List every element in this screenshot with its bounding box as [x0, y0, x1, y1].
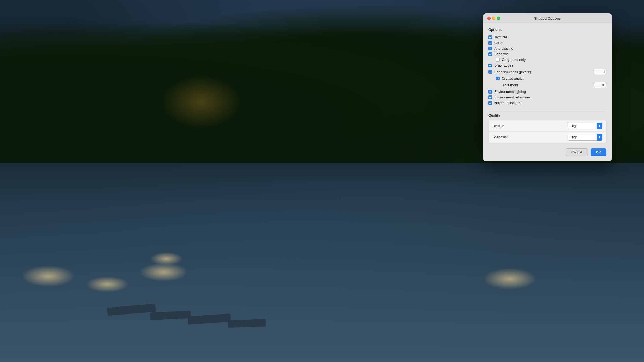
dialog-footer: Cancel OK — [488, 147, 606, 156]
anti-aliasing-row: Anti-aliasing — [488, 46, 606, 51]
environment-reflections-row: Environment reflections — [488, 94, 606, 100]
colors-row: Colors — [488, 40, 606, 46]
quality-section-header: Quality — [488, 113, 606, 117]
textures-checkbox[interactable] — [488, 35, 492, 39]
light-spot-1 — [21, 265, 75, 287]
on-ground-only-checkbox[interactable] — [496, 58, 500, 62]
textures-label: Textures — [494, 35, 606, 39]
details-quality-label: Details: — [492, 124, 568, 128]
environment-reflections-checkbox[interactable] — [488, 95, 492, 99]
light-spot-4 — [483, 268, 537, 290]
details-select-wrapper: Low Medium High ⬍ — [568, 123, 602, 129]
draw-edges-label: Draw Edges — [494, 63, 606, 67]
maximize-button[interactable] — [497, 17, 500, 20]
edge-thickness-label: Edge thickness (pixels:) — [494, 70, 591, 74]
crease-angle-row: Crease angle: — [488, 76, 606, 81]
on-ground-only-row: On ground only — [488, 57, 606, 62]
object-reflections-row: Object reflections ↖ — [488, 100, 606, 106]
edge-thickness-input[interactable] — [594, 69, 606, 75]
light-spot-3 — [140, 263, 188, 282]
shaded-options-dialog: Shaded Options Options Textures Colors — [483, 13, 612, 161]
threshold-input[interactable] — [594, 82, 606, 88]
shadows-row: Shadows — [488, 51, 606, 57]
threshold-row: Threshold — [488, 81, 606, 89]
object-reflections-checkbox[interactable] — [488, 101, 492, 105]
edge-thickness-row: Edge thickness (pixels:) — [488, 68, 606, 76]
ok-button[interactable]: OK — [591, 148, 607, 156]
environment-lighting-label: Environment lighting — [494, 90, 606, 94]
on-ground-only-label: On ground only — [502, 58, 606, 62]
section-divider — [488, 110, 606, 110]
options-list: Textures Colors Anti-aliasing — [488, 34, 606, 106]
options-section-header: Options — [488, 28, 606, 32]
ground-water — [0, 163, 644, 362]
dialog-titlebar: Shaded Options — [483, 13, 612, 23]
traffic-lights — [487, 17, 500, 20]
anti-aliasing-label: Anti-aliasing — [494, 46, 606, 50]
quality-section: Details: Low Medium High ⬍ Shadows: — [488, 120, 606, 143]
environment-lighting-checkbox[interactable] — [488, 90, 492, 94]
environment-reflections-label: Environment reflections — [494, 95, 606, 99]
dialog-title: Shaded Options — [534, 16, 561, 20]
crease-angle-checkbox[interactable] — [496, 77, 500, 80]
draw-edges-row: Draw Edges — [488, 62, 606, 68]
light-spot-2 — [86, 276, 129, 292]
dialog-body: Options Textures Colors — [483, 23, 612, 161]
shadows-checkbox[interactable] — [488, 52, 492, 56]
colors-label: Colors — [494, 41, 606, 45]
shadows-select[interactable]: Low Medium High — [568, 134, 602, 141]
minimize-button[interactable] — [492, 17, 495, 20]
colors-checkbox[interactable] — [488, 41, 492, 45]
environment-lighting-row: Environment lighting — [488, 89, 606, 94]
cancel-button[interactable]: Cancel — [566, 148, 588, 156]
edge-thickness-checkbox[interactable] — [488, 70, 492, 74]
threshold-label: Threshold — [502, 83, 591, 87]
draw-edges-checkbox[interactable] — [488, 64, 492, 67]
shadows-label: Shadows — [494, 52, 606, 56]
crease-angle-label: Crease angle: — [502, 76, 606, 80]
details-quality-row: Details: Low Medium High ⬍ — [489, 120, 606, 132]
anti-aliasing-checkbox[interactable] — [488, 47, 492, 50]
shadows-quality-row: Shadows: Low Medium High ⬍ — [489, 132, 606, 143]
tree-glow — [161, 75, 241, 129]
close-button[interactable] — [487, 17, 491, 20]
textures-row: Textures — [488, 34, 606, 40]
light-spot-5 — [150, 252, 182, 265]
details-select[interactable]: Low Medium High — [568, 123, 602, 129]
object-reflections-label: Object reflections — [494, 101, 606, 105]
shadows-quality-label: Shadows: — [492, 135, 568, 139]
shadows-select-wrapper: Low Medium High ⬍ — [568, 134, 602, 141]
stone-4 — [228, 319, 266, 328]
